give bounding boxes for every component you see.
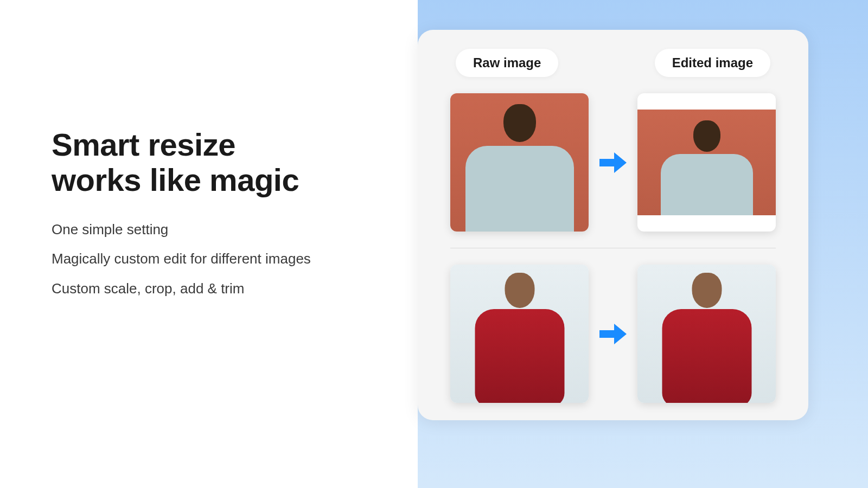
edited-image-1 xyxy=(637,93,776,232)
text-panel: Smart resize works like magic One simple… xyxy=(52,127,323,308)
divider xyxy=(450,248,776,248)
edited-image-2 xyxy=(637,265,776,403)
portrait-placeholder xyxy=(637,110,776,215)
feature-item: Custom scale, crop, add & trim xyxy=(52,279,323,298)
raw-image-label: Raw image xyxy=(456,49,558,77)
arrow-right-icon xyxy=(594,320,632,348)
comparison-card: Raw image Edited image xyxy=(418,30,808,420)
feature-item: One simple setting xyxy=(52,220,323,239)
raw-image-2 xyxy=(450,265,589,403)
raw-image-1 xyxy=(450,93,589,232)
heading-line-1: Smart resize xyxy=(52,127,235,162)
feature-item: Magically custom edit for different imag… xyxy=(52,249,323,268)
compare-row-2 xyxy=(442,265,784,403)
labels-row: Raw image Edited image xyxy=(442,49,784,77)
feature-list: One simple setting Magically custom edit… xyxy=(52,220,323,298)
portrait-placeholder xyxy=(637,265,776,403)
portrait-placeholder xyxy=(450,265,589,403)
page-title: Smart resize works like magic xyxy=(52,127,323,198)
compare-row-1 xyxy=(442,93,784,232)
portrait-placeholder xyxy=(450,93,589,232)
edited-image-label: Edited image xyxy=(655,49,770,77)
heading-line-2: works like magic xyxy=(52,162,299,197)
arrow-right-icon xyxy=(594,149,632,176)
